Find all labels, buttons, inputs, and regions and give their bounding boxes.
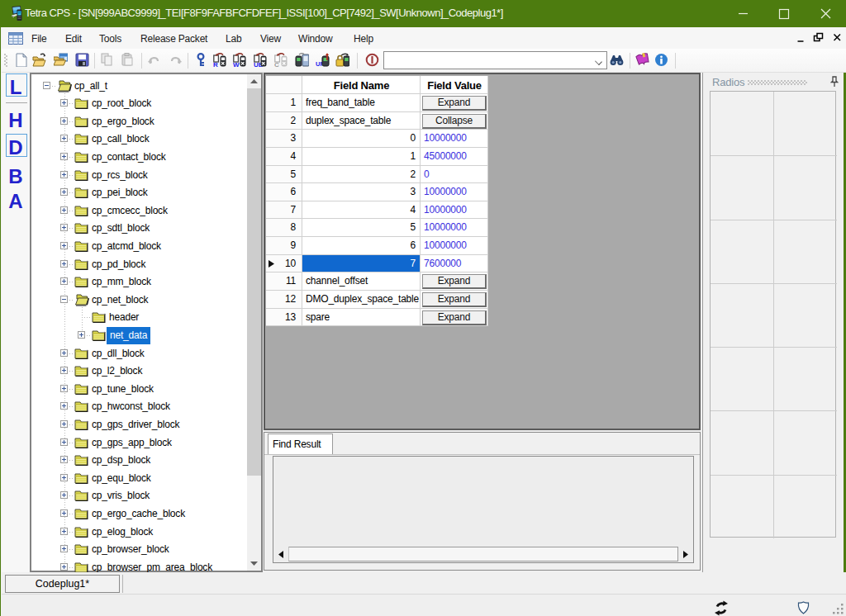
svg-text:C: C <box>274 61 279 67</box>
svg-text:W: W <box>233 61 240 67</box>
svg-text:R: R <box>213 61 218 67</box>
